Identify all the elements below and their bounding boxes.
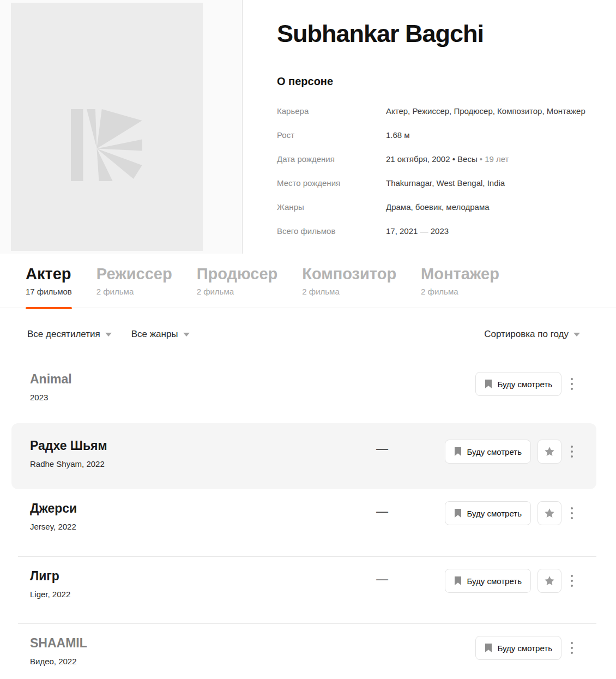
genres-filter-dropdown[interactable]: Все жанры bbox=[131, 329, 190, 340]
dot-icon bbox=[571, 642, 573, 644]
kebab-menu-button[interactable] bbox=[568, 375, 576, 393]
bookmark-icon bbox=[454, 576, 462, 585]
movie-text: Джерси Jersey, 2022 bbox=[30, 501, 77, 531]
sort-dropdown[interactable]: Сортировка по году bbox=[484, 329, 580, 340]
detail-label: Жанры bbox=[277, 202, 386, 212]
kebab-menu-button[interactable] bbox=[568, 443, 576, 460]
rate-star-button[interactable] bbox=[538, 501, 561, 525]
filmography-list: Animal 2023 Буду смотреть Радхе Шьям Rad… bbox=[0, 360, 616, 679]
page-title: Subhankar Bagchi bbox=[277, 20, 616, 48]
movie-row: Радхе Шьям Radhe Shyam, 2022 — Буду смот… bbox=[11, 423, 596, 489]
chevron-down-icon bbox=[573, 333, 580, 337]
kinopoisk-logo-icon bbox=[71, 109, 143, 181]
movie-title-link[interactable]: Радхе Шьям bbox=[30, 438, 107, 453]
detail-label: Карьера bbox=[277, 106, 386, 116]
will-watch-button[interactable]: Буду смотреть bbox=[445, 501, 531, 525]
dot-icon bbox=[571, 517, 573, 519]
dot-icon bbox=[571, 378, 573, 380]
kebab-menu-button[interactable] bbox=[568, 639, 576, 657]
tab-label: Композитор bbox=[302, 266, 396, 282]
tab-count: 2 фильма bbox=[302, 287, 396, 296]
tab-label: Режиссер bbox=[96, 266, 172, 282]
movie-row-controls: Буду смотреть bbox=[475, 636, 576, 660]
person-info: Subhankar Bagchi О персоне Карьера Актер… bbox=[277, 0, 616, 243]
chevron-down-icon bbox=[183, 333, 190, 337]
will-watch-label: Буду смотреть bbox=[467, 509, 522, 518]
movie-subtitle: 2023 bbox=[30, 393, 72, 402]
detail-row-total-films: Всего фильмов 17, 2021 — 2023 bbox=[277, 219, 616, 243]
dot-icon bbox=[571, 575, 573, 577]
detail-row-birth-date: Дата рождения 21 октября, 2002 • Весы • … bbox=[277, 147, 616, 171]
tab-composer[interactable]: Композитор 2 фильма bbox=[302, 266, 396, 308]
movie-subtitle: Видео, 2022 bbox=[30, 657, 87, 666]
dot-icon bbox=[571, 507, 573, 509]
bookmark-icon bbox=[485, 644, 492, 652]
movie-row-controls: Буду смотреть bbox=[445, 569, 576, 593]
detail-value: 17, 2021 — 2023 bbox=[386, 226, 449, 236]
will-watch-button[interactable]: Буду смотреть bbox=[475, 372, 561, 396]
dot-icon bbox=[571, 512, 573, 514]
will-watch-button[interactable]: Буду смотреть bbox=[475, 636, 561, 660]
movie-row: SHAAMIL Видео, 2022 Буду смотреть bbox=[11, 624, 596, 679]
dot-icon bbox=[571, 585, 573, 587]
movie-row-controls: Буду смотреть bbox=[445, 501, 576, 525]
kebab-menu-button[interactable] bbox=[568, 572, 576, 590]
bookmark-icon bbox=[454, 447, 462, 456]
movie-text: Лигр Liger, 2022 bbox=[30, 569, 70, 599]
tab-actor[interactable]: Актер 17 фильмов bbox=[26, 266, 72, 308]
tab-label: Продюсер bbox=[197, 266, 278, 282]
detail-label: Дата рождения bbox=[277, 154, 386, 164]
star-icon bbox=[543, 575, 555, 587]
detail-value: Драма, боевик, мелодрама bbox=[386, 202, 490, 212]
detail-row-height: Рост 1.68 м bbox=[277, 123, 616, 147]
movie-title-link[interactable]: Лигр bbox=[30, 569, 70, 584]
dot-icon bbox=[571, 580, 573, 582]
rating-placeholder: — bbox=[376, 572, 388, 586]
detail-value: 21 октября, 2002 • Весы bbox=[386, 154, 478, 164]
dot-icon bbox=[571, 450, 573, 453]
movie-title-link[interactable]: SHAAMIL bbox=[30, 636, 87, 651]
movie-subtitle: Radhe Shyam, 2022 bbox=[30, 459, 107, 468]
dot-icon bbox=[571, 383, 573, 385]
sort-label: Сортировка по году bbox=[484, 329, 569, 340]
about-heading: О персоне bbox=[277, 75, 616, 88]
movie-subtitle: Jersey, 2022 bbox=[30, 522, 77, 531]
will-watch-button[interactable]: Буду смотреть bbox=[445, 569, 531, 593]
tab-producer[interactable]: Продюсер 2 фильма bbox=[197, 266, 278, 308]
bookmark-icon bbox=[485, 380, 492, 388]
rating-placeholder: — bbox=[376, 442, 388, 456]
detail-value: 1.68 м bbox=[386, 130, 410, 140]
tab-director[interactable]: Режиссер 2 фильма bbox=[96, 266, 172, 308]
will-watch-label: Буду смотреть bbox=[497, 644, 552, 653]
detail-label: Место рождения bbox=[277, 178, 386, 188]
rate-star-button[interactable] bbox=[538, 440, 561, 464]
dot-icon bbox=[571, 446, 573, 448]
will-watch-button[interactable]: Буду смотреть bbox=[445, 440, 531, 464]
will-watch-label: Буду смотреть bbox=[467, 576, 522, 586]
role-tabs: Актер 17 фильмов Режиссер 2 фильма Продю… bbox=[0, 254, 616, 308]
tab-count: 2 фильма bbox=[197, 287, 278, 296]
movie-row-controls: Буду смотреть bbox=[445, 440, 576, 464]
tab-editor[interactable]: Монтажер 2 фильма bbox=[421, 266, 499, 308]
filter-group: Все десятилетия Все жанры bbox=[27, 329, 190, 340]
movie-title-link[interactable]: Animal bbox=[30, 372, 72, 387]
movie-row: Лигр Liger, 2022 — Буду смотреть bbox=[11, 557, 596, 623]
person-photo-placeholder bbox=[11, 3, 203, 251]
rating-placeholder: — bbox=[376, 504, 388, 519]
tab-count: 17 фильмов bbox=[26, 287, 72, 296]
movie-text: SHAAMIL Видео, 2022 bbox=[30, 636, 87, 666]
genres-filter-label: Все жанры bbox=[131, 329, 178, 340]
person-header-section: Subhankar Bagchi О персоне Карьера Актер… bbox=[0, 0, 616, 254]
photo-pane bbox=[0, 0, 243, 254]
will-watch-label: Буду смотреть bbox=[497, 380, 552, 389]
movie-title-link[interactable]: Джерси bbox=[30, 501, 77, 516]
rate-star-button[interactable] bbox=[538, 569, 561, 593]
movie-subtitle: Liger, 2022 bbox=[30, 590, 70, 599]
dot-icon bbox=[571, 455, 573, 458]
movie-row-controls: Буду смотреть bbox=[475, 372, 576, 396]
kebab-menu-button[interactable] bbox=[568, 504, 576, 522]
star-icon bbox=[543, 507, 555, 519]
decades-filter-dropdown[interactable]: Все десятилетия bbox=[27, 329, 112, 340]
dot-icon bbox=[571, 388, 573, 390]
movie-row: Animal 2023 Буду смотреть bbox=[11, 360, 596, 423]
